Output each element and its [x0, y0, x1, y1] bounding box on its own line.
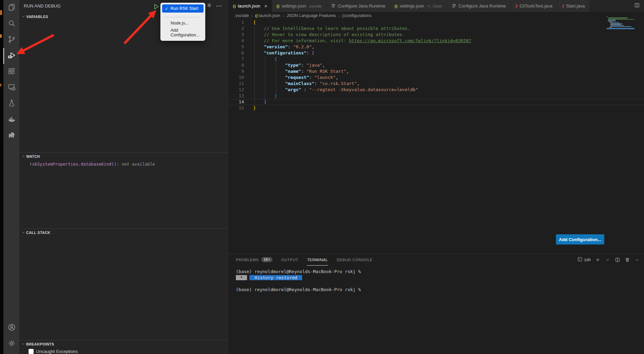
source-control-icon	[7, 35, 16, 45]
activity-bar-item-remote-explorer[interactable]	[3, 80, 19, 96]
editor-actions	[634, 0, 644, 12]
section-header-callstack[interactable]: CALL STACK	[19, 229, 228, 236]
activity-bar-item-search[interactable]	[3, 16, 19, 32]
java-file-icon: J	[562, 3, 564, 9]
panel-tab-debug-console[interactable]: DEBUG CONSOLE	[337, 254, 373, 266]
panel-tab-output[interactable]: OUTPUT	[281, 254, 298, 266]
activity-bar	[3, 0, 19, 354]
minimap-line	[607, 16, 608, 17]
tab-label: CliToolsTest.java	[520, 3, 553, 9]
menu-item-addconfiguration[interactable]: Add Configuration...	[162, 27, 204, 39]
split-editor-icon[interactable]	[634, 2, 640, 10]
panel-tab-problems[interactable]: PROBLEMS1K+	[236, 254, 273, 266]
watch-value: not available	[122, 162, 155, 167]
watch-expression: rskSystemProperties.databaseKind():	[30, 162, 122, 167]
code-line: 14 ]	[228, 99, 644, 105]
chevron-down-icon[interactable]	[605, 257, 610, 263]
editor-tab-configure-java-runtime[interactable]: Configure Java Runtime	[326, 0, 390, 12]
breadcrumb-separator: ›	[283, 13, 284, 18]
background-window-fragment	[0, 10, 2, 15]
code-line: 9 "name": "Run RSK Start",	[228, 68, 644, 74]
minimap-line	[608, 18, 627, 19]
split-terminal-icon[interactable]	[615, 257, 620, 263]
docker-icon	[7, 115, 16, 125]
minimap-current-line	[607, 28, 634, 29]
indent-guide	[265, 56, 265, 99]
activity-bar-item-gradle[interactable]	[3, 128, 19, 144]
activity-bar-item-testing[interactable]	[3, 96, 19, 112]
editor-tab-settings-json[interactable]: {}settings.json.vscode	[272, 0, 327, 12]
minimap[interactable]	[607, 16, 635, 49]
section-header-watch[interactable]: WATCH	[19, 153, 228, 160]
tab-suffix: ~/.../User	[426, 4, 442, 8]
breadcrumb-item[interactable]: {} launch.json	[255, 13, 280, 18]
code-line: 12 "args" : "--regtest -Xkeyvalue.dataso…	[228, 87, 644, 93]
chevron-down-icon	[21, 341, 25, 347]
editor-tab-start-java[interactable]: JStart.java	[557, 0, 590, 12]
panel-tab-terminal[interactable]: TERMINAL	[307, 254, 328, 266]
menu-item-selected[interactable]: ✓Run RSK Start	[162, 4, 204, 13]
line-number: 1	[228, 19, 244, 26]
terminal-line	[236, 281, 644, 287]
editor-tab-launch-json[interactable]: {}launch.json×	[228, 0, 272, 12]
activity-bar-item-account[interactable]	[3, 320, 19, 336]
breadcrumb-item[interactable]: [ ] configurations	[342, 13, 371, 18]
breadcrumb-separator: ›	[338, 13, 340, 18]
line-number: 14	[228, 99, 244, 105]
bottom-panel: PROBLEMS1K+OUTPUTTERMINALDEBUG CONSOLE z…	[228, 254, 644, 354]
section-header-breakpoints[interactable]: BREAKPOINTS	[19, 340, 228, 348]
code-line: 15}	[228, 105, 644, 111]
add-configuration-button[interactable]: Add Configuration...	[556, 234, 604, 245]
breadcrumb-label: launch.json	[259, 13, 280, 18]
code-editor[interactable]: 1{2 // Use IntelliSense to learn about p…	[228, 19, 644, 111]
more-actions-icon[interactable]: ···	[216, 3, 222, 9]
activity-bar-item-source-control[interactable]	[3, 32, 19, 48]
java-runtime-icon	[451, 3, 456, 8]
terminal-instance-chip[interactable]: zsh	[577, 257, 591, 263]
editor-tab-clitoolstest-java[interactable]: JCliToolsTest.java	[511, 0, 557, 12]
tab-label: Configure Java Runtime	[338, 3, 385, 9]
activity-bar-item-settings-gear[interactable]	[3, 336, 19, 352]
breakpoint-label: Uncaught Exceptions	[36, 349, 78, 354]
trash-icon[interactable]	[625, 257, 630, 263]
breadcrumb-item[interactable]: JSON Language Features	[286, 13, 336, 18]
line-number: 13	[228, 93, 244, 99]
line-number: 2	[228, 26, 244, 32]
code-line: 8 "type": "java",	[228, 62, 644, 68]
chevron-up-icon[interactable]	[634, 257, 640, 263]
activity-bar-item-extensions[interactable]	[3, 64, 19, 80]
background-strip	[0, 0, 3, 354]
tab-label: Start.java	[566, 3, 585, 9]
breakpoint-checkbox[interactable]	[29, 349, 34, 354]
editor-tab-settings-json[interactable]: {}settings.json~/.../User	[390, 0, 447, 12]
close-icon[interactable]: ×	[264, 3, 267, 9]
tab-label: launch.json	[238, 3, 260, 9]
debug-config-menu: ✓Run RSK StartNode.js...Add Configuratio…	[160, 3, 205, 41]
editor-tab-configure-java-runtime[interactable]: Configure Java Runtime	[447, 0, 510, 12]
json-file-icon: {}	[277, 4, 280, 8]
breakpoint-row: Uncaught Exceptions	[19, 348, 228, 354]
panel-tab-label: TERMINAL	[307, 258, 328, 262]
line-number: 3	[228, 32, 244, 38]
activity-bar-item-docker[interactable]	[3, 112, 19, 128]
activity-bar-item-run-debug[interactable]	[3, 48, 19, 64]
chevron-down-icon	[21, 230, 25, 236]
menu-item-nodejs[interactable]: Node.js...	[162, 20, 204, 27]
code-text: // Hover to view descriptions of existin…	[244, 32, 405, 38]
code-text: // For more information, visit: https://…	[244, 38, 471, 44]
shell-label: zsh	[584, 257, 591, 262]
terminal-output[interactable]: (base) reynoldmorel@Reynolds-MacBook-Pro…	[228, 266, 644, 292]
line-number: 11	[228, 81, 244, 87]
watch-expression-row[interactable]: rskSystemProperties.databaseKind(): not …	[19, 160, 228, 167]
start-debugging-icon[interactable]	[153, 3, 160, 12]
code-text: ]	[244, 99, 266, 105]
activity-bar-item-files[interactable]	[3, 0, 19, 16]
new-terminal-icon[interactable]	[595, 257, 601, 263]
chevron-down-icon	[21, 14, 25, 20]
minimap-line	[610, 22, 620, 23]
section-watch: WATCHrskSystemProperties.databaseKind():…	[19, 152, 228, 229]
breadcrumb-item[interactable]: .vscode	[234, 13, 249, 18]
account-icon	[7, 323, 16, 333]
json-file-icon: {}	[395, 4, 398, 8]
debug-settings-gear-icon[interactable]	[206, 2, 212, 10]
